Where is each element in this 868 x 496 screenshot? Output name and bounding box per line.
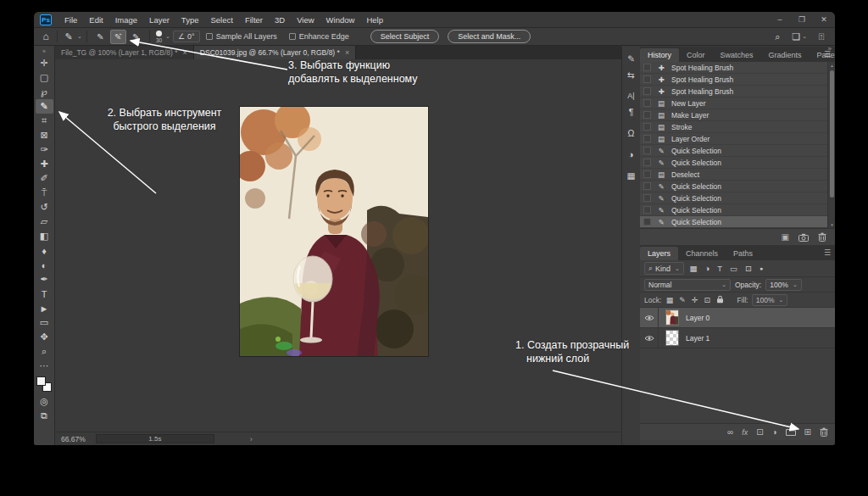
history-source-checkbox[interactable] (643, 123, 651, 131)
chevron-down-icon[interactable]: ⌄ (77, 33, 82, 40)
tool-pen[interactable]: ✒ (36, 272, 53, 287)
brush-angle-field[interactable]: ∠ 0° (173, 31, 200, 42)
menu-window[interactable]: Window (320, 12, 361, 28)
tool-spot-healing-brush[interactable]: ✚ (36, 157, 53, 171)
opacity-field[interactable]: 100% ⌄ (765, 279, 802, 291)
tool-history-brush[interactable]: ↺ (36, 200, 53, 215)
lock-artboard-icon[interactable]: ⊡ (704, 296, 710, 304)
layer-name[interactable]: Layer 1 (686, 334, 709, 343)
search-icon[interactable]: ⌕ (771, 30, 784, 44)
tool-type[interactable]: T (36, 287, 53, 301)
sample-all-layers-checkbox[interactable]: Sample All Layers (206, 32, 277, 41)
new-adjustment-layer-icon[interactable]: ◑ (772, 427, 777, 437)
menu-type[interactable]: Type (175, 12, 205, 28)
history-item[interactable]: ✎Quick Selection (640, 157, 835, 169)
tool-gradient[interactable]: ◧ (36, 229, 53, 243)
history-source-checkbox[interactable] (643, 75, 651, 83)
select-subject-button[interactable]: Select Subject (370, 30, 440, 43)
tool-eyedropper[interactable]: ✑ (36, 142, 53, 157)
history-item[interactable]: ✎Quick Selection (640, 145, 835, 157)
new-group-folder-icon[interactable] (786, 428, 796, 436)
history-source-checkbox[interactable] (643, 182, 651, 190)
chevron-down-icon[interactable]: ⌄ (165, 33, 170, 40)
tool-move[interactable]: ✛ (36, 56, 53, 70)
fill-field[interactable]: 100% ⌄ (752, 294, 788, 306)
history-source-checkbox[interactable] (643, 159, 651, 166)
menu-select[interactable]: Select (204, 12, 238, 28)
brush-settings-icon[interactable]: ✎ (624, 50, 639, 66)
visibility-eye-icon[interactable] (640, 308, 659, 327)
filter-toggle-icon[interactable]: ● (760, 265, 763, 271)
layer-name[interactable]: Layer 0 (686, 314, 709, 322)
tool-brush[interactable]: ✐ (36, 171, 53, 186)
filter-shape-layers-icon[interactable]: ▭ (730, 264, 737, 273)
collapse-tools-icon[interactable]: » (42, 47, 46, 56)
filter-pixel-layers-icon[interactable]: ▦ (689, 264, 697, 273)
scrollbar-thumb[interactable] (830, 70, 834, 198)
scroll-down-icon[interactable]: ▾ (828, 222, 835, 227)
tool-crop[interactable]: ⌗ (36, 114, 53, 128)
quick-mask-button[interactable]: ◎ (36, 394, 53, 409)
delete-layer-trash-icon[interactable] (820, 427, 828, 437)
zoom-level-value[interactable]: 66.67% (61, 435, 86, 443)
visibility-eye-icon[interactable] (640, 328, 659, 348)
subtract-from-selection-button[interactable]: ✎ (128, 30, 144, 44)
history-item[interactable]: ✎Quick Selection (640, 192, 835, 204)
status-options-chevron-icon[interactable]: › (250, 435, 253, 443)
close-tab-icon[interactable]: × (345, 48, 349, 57)
history-item-selected[interactable]: ✎Quick Selection (640, 216, 835, 228)
menu-image[interactable]: Image (109, 12, 143, 28)
home-icon[interactable]: ⌂ (39, 30, 53, 44)
screen-mode-button[interactable]: ⧉ (36, 409, 53, 423)
lock-all-icon[interactable] (716, 295, 724, 305)
paragraph-panel-icon[interactable]: ¶ (624, 103, 639, 120)
history-source-checkbox[interactable] (643, 147, 651, 154)
layer-thumbnail[interactable] (665, 309, 679, 326)
tab-gradients[interactable]: Gradients (761, 48, 810, 62)
history-scrollbar[interactable]: ▴ ▾ (827, 62, 835, 228)
layer-row-layer-0[interactable]: Layer 0 (640, 308, 835, 328)
history-source-checkbox[interactable] (643, 218, 651, 226)
layer-style-fx-icon[interactable]: fx (742, 428, 748, 437)
adjustments-panel-icon[interactable]: ◑ (624, 146, 639, 162)
tool-preset-icon[interactable]: ✎ (62, 30, 75, 44)
workspace-switcher-icon[interactable]: ❏⌄ (792, 30, 807, 44)
select-and-mask-button[interactable]: Select and Mask... (448, 30, 531, 43)
filter-kind-dropdown[interactable]: ⌕ Kind ⌄ (644, 262, 684, 275)
brush-size-picker[interactable]: 30 (156, 31, 162, 43)
tool-frame[interactable]: ⊠ (36, 128, 53, 142)
collapse-panels-icon[interactable]: » (828, 45, 832, 53)
share-icon[interactable]: ⍐ (815, 30, 828, 44)
history-source-checkbox[interactable] (643, 135, 651, 142)
tool-hand[interactable]: ✥ (36, 330, 53, 344)
foreground-color-swatch[interactable] (36, 376, 46, 386)
delete-state-trash-icon[interactable] (818, 232, 826, 242)
link-layers-icon[interactable]: ∞ (727, 427, 733, 437)
new-document-from-state-icon[interactable]: ▣ (782, 232, 789, 242)
tool-quick-selection[interactable]: ✎ (36, 99, 53, 114)
close-button[interactable]: ✕ (813, 12, 835, 27)
history-item[interactable]: ▤Layer Order (640, 133, 835, 145)
tab-swatches[interactable]: Swatches (713, 48, 761, 62)
scroll-up-icon[interactable]: ▴ (828, 63, 835, 68)
menu-edit[interactable]: Edit (83, 12, 108, 28)
history-source-checkbox[interactable] (643, 99, 651, 107)
menu-layer[interactable]: Layer (143, 12, 175, 28)
tool-clone-stamp[interactable]: ⍑ (36, 186, 53, 200)
character-panel-icon[interactable]: A| (624, 87, 639, 103)
tab-history[interactable]: History (640, 48, 679, 62)
edit-toolbar-button[interactable]: ⋯ (36, 359, 53, 373)
menu-3d[interactable]: 3D (269, 12, 291, 28)
lock-transparent-pixels-icon[interactable]: ▦ (666, 296, 674, 304)
layer-row-layer-1[interactable]: Layer 1 (640, 328, 835, 348)
libraries-panel-icon[interactable]: ▦ (624, 167, 639, 183)
close-tab-icon[interactable]: × (183, 48, 187, 57)
tool-lasso[interactable]: ℘ (36, 85, 53, 99)
history-item[interactable]: ▤Make Layer (640, 109, 835, 121)
lock-image-pixels-icon[interactable]: ✎ (679, 296, 686, 304)
document-tab-dsc01039[interactable]: DSC01039.jpg @ 66.7% (Layer 0, RGB/8) * … (194, 46, 356, 59)
history-item[interactable]: ✚Spot Healing Brush (640, 62, 835, 74)
new-selection-button[interactable]: ✎ (92, 30, 108, 44)
learn-panel-icon[interactable]: Ω (624, 125, 639, 141)
history-item[interactable]: ▤Deselect (640, 169, 835, 181)
